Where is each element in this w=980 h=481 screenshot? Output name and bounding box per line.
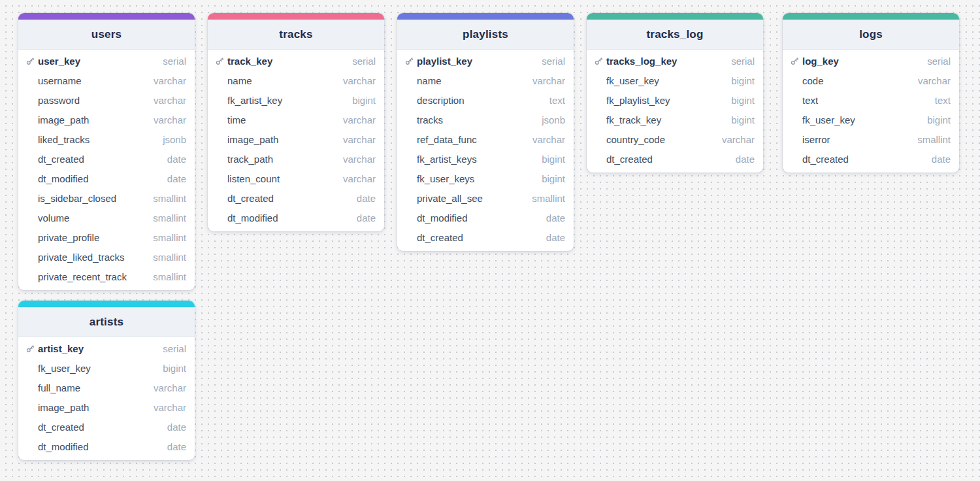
table-header[interactable]: artists xyxy=(18,307,195,337)
table-card-logs[interactable]: logslog_keyserialcodevarchartexttextfk_u… xyxy=(783,13,959,173)
column-name: dt_modified xyxy=(417,212,468,224)
column-row-private_all_see[interactable]: private_all_seesmallint xyxy=(397,188,574,208)
column-type: date xyxy=(167,441,186,452)
table-card-artists[interactable]: artistsartist_keyserialfk_user_keybigint… xyxy=(18,301,195,460)
column-row-artist_key[interactable]: artist_keyserial xyxy=(18,339,195,358)
column-name: volume xyxy=(38,212,69,224)
column-row-private_liked_tracks[interactable]: private_liked_trackssmallint xyxy=(18,247,195,267)
table-header[interactable]: tracks xyxy=(208,20,384,50)
column-row-fk_user_keys[interactable]: fk_user_keysbigint xyxy=(397,169,574,188)
column-type: varchar xyxy=(343,173,376,184)
column-row-dt_modified[interactable]: dt_modifieddate xyxy=(18,169,195,188)
table-title: tracks_log xyxy=(646,28,703,41)
column-type: serial xyxy=(542,56,565,67)
column-name-wrap: private_profile xyxy=(26,232,99,243)
table-header[interactable]: playlists xyxy=(397,20,574,50)
column-row-code[interactable]: codevarchar xyxy=(783,71,959,90)
column-row-dt_created[interactable]: dt_createddate xyxy=(208,188,384,208)
column-name-wrap: dt_created xyxy=(216,193,274,204)
column-row-name[interactable]: namevarchar xyxy=(208,71,384,90)
column-row-time[interactable]: timevarchar xyxy=(208,110,384,129)
column-name: log_key xyxy=(802,56,839,67)
column-name: private_all_see xyxy=(417,193,483,204)
column-row-fk_playlist_key[interactable]: fk_playlist_keybigint xyxy=(587,90,763,110)
column-row-user_key[interactable]: user_keyserial xyxy=(18,51,195,71)
column-name-wrap: fk_artist_key xyxy=(216,95,282,106)
column-row-dt_created[interactable]: dt_createddate xyxy=(18,149,195,169)
column-row-dt_modified[interactable]: dt_modifieddate xyxy=(397,208,574,227)
column-name-wrap: time xyxy=(216,114,246,125)
column-name: fk_artist_key xyxy=(227,95,282,106)
column-row-image_path[interactable]: image_pathvarchar xyxy=(18,110,195,129)
column-row-dt_modified[interactable]: dt_modifieddate xyxy=(208,208,384,227)
column-name: name xyxy=(417,75,442,86)
table-card-users[interactable]: usersuser_keyserialusernamevarcharpasswo… xyxy=(18,13,195,290)
column-row-fk_user_key[interactable]: fk_user_keybigint xyxy=(18,358,195,378)
column-row-fk_user_key[interactable]: fk_user_keybigint xyxy=(587,71,763,90)
table-header[interactable]: logs xyxy=(783,20,959,50)
column-type: varchar xyxy=(918,75,951,86)
column-row-text[interactable]: texttext xyxy=(783,90,959,110)
column-name: artist_key xyxy=(38,343,84,354)
table-card-tracks_log[interactable]: tracks_logtracks_log_keyserialfk_user_ke… xyxy=(587,13,763,173)
column-row-private_profile[interactable]: private_profilesmallint xyxy=(18,227,195,247)
column-name-wrap: dt_modified xyxy=(26,441,89,452)
column-row-password[interactable]: passwordvarchar xyxy=(18,90,195,110)
column-row-is_sidebar_closed[interactable]: is_sidebar_closedsmallint xyxy=(18,188,195,208)
column-name-wrap: user_key xyxy=(26,56,80,67)
column-row-image_path[interactable]: image_pathvarchar xyxy=(18,397,195,417)
column-row-dt_modified[interactable]: dt_modifieddate xyxy=(18,437,195,456)
column-row-track_path[interactable]: track_pathvarchar xyxy=(208,149,384,169)
column-row-iserror[interactable]: iserrorsmallint xyxy=(783,129,959,149)
column-row-fk_track_key[interactable]: fk_track_keybigint xyxy=(587,110,763,129)
table-card-tracks[interactable]: trackstrack_keyserialnamevarcharfk_artis… xyxy=(208,13,384,231)
column-type: varchar xyxy=(343,134,376,145)
column-name: tracks_log_key xyxy=(606,56,677,67)
column-type: serial xyxy=(163,56,186,67)
column-row-name[interactable]: namevarchar xyxy=(397,71,574,90)
column-row-ref_data_func[interactable]: ref_data_funcvarchar xyxy=(397,129,574,149)
column-row-image_path[interactable]: image_pathvarchar xyxy=(208,129,384,149)
column-name-wrap: track_path xyxy=(216,154,273,165)
table-title: users xyxy=(91,28,122,41)
column-row-private_recent_track[interactable]: private_recent_tracksmallint xyxy=(18,267,195,286)
column-name: is_sidebar_closed xyxy=(38,193,116,204)
column-name: fk_user_key xyxy=(606,75,659,86)
column-row-country_code[interactable]: country_codevarchar xyxy=(587,129,763,149)
column-type: text xyxy=(549,95,565,106)
column-row-full_name[interactable]: full_namevarchar xyxy=(18,378,195,397)
column-row-tracks[interactable]: tracksjsonb xyxy=(397,110,574,129)
column-row-dt_created[interactable]: dt_createddate xyxy=(783,149,959,169)
column-row-tracks_log_key[interactable]: tracks_log_keyserial xyxy=(587,51,763,71)
table-title: tracks xyxy=(279,28,312,41)
column-type: date xyxy=(546,212,565,224)
column-row-log_key[interactable]: log_keyserial xyxy=(783,51,959,71)
column-name: fk_playlist_key xyxy=(606,95,670,106)
column-row-fk_user_key[interactable]: fk_user_keybigint xyxy=(783,110,959,129)
column-row-fk_artist_key[interactable]: fk_artist_keybigint xyxy=(208,90,384,110)
table-card-playlists[interactable]: playlistsplaylist_keyserialnamevarcharde… xyxy=(397,13,574,251)
column-row-dt_created[interactable]: dt_createddate xyxy=(18,417,195,437)
column-type: smallint xyxy=(153,271,186,282)
column-name-wrap: dt_created xyxy=(405,232,463,243)
column-row-dt_created[interactable]: dt_createddate xyxy=(587,149,763,169)
column-row-username[interactable]: usernamevarchar xyxy=(18,71,195,90)
table-header[interactable]: users xyxy=(18,20,195,50)
column-name: fk_artist_keys xyxy=(417,154,477,165)
column-row-dt_created[interactable]: dt_createddate xyxy=(397,227,574,247)
column-row-liked_tracks[interactable]: liked_tracksjsonb xyxy=(18,129,195,149)
column-row-playlist_key[interactable]: playlist_keyserial xyxy=(397,51,574,71)
column-name: text xyxy=(802,95,818,106)
column-name: dt_created xyxy=(227,193,274,204)
column-row-listen_count[interactable]: listen_countvarchar xyxy=(208,169,384,188)
table-header[interactable]: tracks_log xyxy=(587,20,763,50)
column-type: text xyxy=(935,95,951,106)
column-row-volume[interactable]: volumesmallint xyxy=(18,208,195,227)
column-name-wrap: tracks_log_key xyxy=(595,56,677,67)
column-type: varchar xyxy=(154,382,186,393)
table-accent-bar xyxy=(18,301,195,307)
column-row-fk_artist_keys[interactable]: fk_artist_keysbigint xyxy=(397,149,574,169)
column-row-track_key[interactable]: track_keyserial xyxy=(208,51,384,71)
column-name-wrap: country_code xyxy=(595,134,665,145)
column-row-description[interactable]: descriptiontext xyxy=(397,90,574,110)
